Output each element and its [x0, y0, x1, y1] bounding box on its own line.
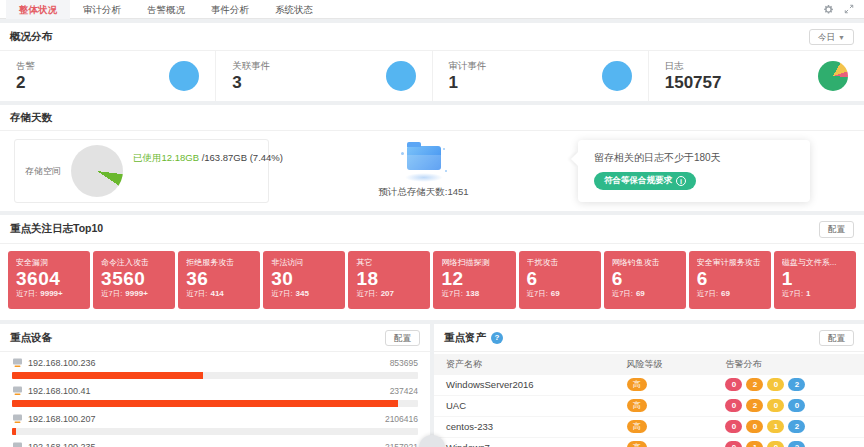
- recent-label: 近7日:: [782, 289, 803, 298]
- stat-value: 2: [16, 74, 35, 93]
- log-card-cmd-injection[interactable]: 命令注入攻击 3560 近7日:9999+: [93, 251, 175, 309]
- dist-badge-low: 2: [788, 420, 805, 433]
- top10-config-button[interactable]: 配置: [819, 221, 854, 237]
- log-card-interference[interactable]: 干扰攻击 6 近7日:69: [519, 251, 601, 309]
- log-card-network-scan[interactable]: 网络扫描探测 12 近7日:138: [433, 251, 515, 309]
- device-row[interactable]: 192.168.100.236 853695: [12, 356, 418, 379]
- risk-badge: 高: [627, 420, 647, 433]
- log-card-security-vuln[interactable]: 安全漏洞 3604 近7日:9999+: [8, 251, 90, 309]
- storage-days-block: 预计总存储天数:1451: [281, 144, 566, 199]
- log-card-value: 30: [271, 268, 337, 290]
- risk-badge: 高: [627, 399, 647, 412]
- col-risk-level: 风险等级: [615, 354, 714, 375]
- recent-label: 近7日:: [16, 289, 37, 298]
- log-card-other[interactable]: 其它 18 近7日:207: [348, 251, 430, 309]
- device-value: 2106416: [385, 414, 418, 424]
- log-card-value: 18: [356, 268, 422, 290]
- help-icon[interactable]: ?: [491, 332, 503, 344]
- dist-badge-high: 2: [746, 378, 763, 391]
- log-card-name: 网络钓鱼攻击: [612, 257, 678, 268]
- asset-row[interactable]: WindowsServer2016 高 0202: [434, 375, 864, 396]
- assets-title: 重点资产: [444, 331, 486, 345]
- recent-label: 近7日:: [271, 289, 292, 298]
- compliance-note-card: 留存相关的日志不少于180天 符合等保合规要求i: [578, 140, 810, 202]
- device-bar-track: [12, 400, 418, 407]
- recent-label: 近7日:: [356, 289, 377, 298]
- log-card-value: 12: [441, 268, 507, 290]
- log-card-name: 干扰攻击: [527, 257, 593, 268]
- blue-circle-icon: [602, 61, 632, 91]
- device-ip: 192.168.100.41: [28, 386, 91, 396]
- col-asset-name: 资产名称: [434, 354, 615, 375]
- log-card-name: 网络扫描探测: [441, 257, 507, 268]
- dist-badge-critical: 0: [725, 420, 742, 433]
- risk-badge: 高: [627, 378, 647, 391]
- device-bar-track: [12, 372, 418, 379]
- period-dropdown[interactable]: 今日▼: [809, 29, 854, 45]
- stat-label: 审计事件: [449, 60, 487, 73]
- tab-alarm-overview[interactable]: 告警概况: [134, 0, 198, 19]
- devices-section: 重点设备 配置 192.168.100.236 853695 192.168.1…: [0, 324, 430, 447]
- dist-badge-low: 2: [788, 378, 805, 391]
- recent-label: 近7日:: [697, 289, 718, 298]
- gear-icon[interactable]: [823, 4, 834, 15]
- device-row[interactable]: 192.168.100.235 2157921: [12, 440, 418, 447]
- period-value: 今日: [818, 32, 835, 42]
- assets-config-button[interactable]: 配置: [819, 330, 854, 346]
- log-card-name: 安全审计服务攻击: [697, 257, 763, 268]
- device-value: 2157921: [385, 442, 418, 447]
- dist-badge-medium: 0: [767, 399, 784, 412]
- log-card-phishing[interactable]: 网络钓鱼攻击 6 近7日:69: [604, 251, 686, 309]
- tab-overall-status[interactable]: 整体状况: [6, 0, 70, 19]
- device-icon: [12, 358, 23, 368]
- stat-value: 1: [449, 74, 487, 93]
- fullscreen-icon[interactable]: [844, 4, 854, 14]
- stat-correlated-events[interactable]: 关联事件 3: [216, 51, 432, 101]
- log-card-name: 拒绝服务攻击: [186, 257, 252, 268]
- recent-value: 69: [636, 289, 645, 298]
- asset-row[interactable]: Windows7 高 0102: [434, 437, 864, 447]
- stat-alarms[interactable]: 告警 2: [0, 51, 216, 101]
- blue-circle-icon: [169, 61, 199, 91]
- asset-name: centos-233: [434, 416, 615, 437]
- dist-badge-critical: 0: [725, 441, 742, 447]
- device-row[interactable]: 192.168.100.41 237424: [12, 384, 418, 407]
- dist-badge-medium: 0: [767, 378, 784, 391]
- log-card-value: 3560: [101, 268, 167, 290]
- dist-badge-medium: 1: [767, 420, 784, 433]
- device-icon: [12, 386, 23, 396]
- device-row[interactable]: 192.168.100.207 2106416: [12, 412, 418, 435]
- devices-config-button[interactable]: 配置: [385, 330, 420, 346]
- log-card-audit-service[interactable]: 安全审计服务攻击 6 近7日:69: [689, 251, 771, 309]
- tab-system-status[interactable]: 系统状态: [262, 0, 326, 19]
- log-card-name: 非法访问: [271, 257, 337, 268]
- compliance-note-text: 留存相关的日志不少于180天: [594, 151, 794, 165]
- storage-used-text: 已使用12.18GB: [133, 152, 199, 163]
- log-card-value: 6: [697, 268, 763, 290]
- dist-badge-high: 0: [746, 420, 763, 433]
- asset-row[interactable]: UAC 高 0200: [434, 395, 864, 416]
- device-bar-fill: [12, 428, 16, 435]
- recent-value: 1: [806, 289, 810, 298]
- recent-value: 414: [210, 289, 223, 298]
- stat-logs[interactable]: 日志 150757: [649, 51, 864, 101]
- stat-audit-events[interactable]: 审计事件 1: [433, 51, 649, 101]
- asset-name: Windows7: [434, 437, 615, 447]
- device-value: 237424: [390, 386, 418, 396]
- device-icon: [12, 414, 23, 424]
- log-card-dos-attack[interactable]: 拒绝服务攻击 36 近7日:414: [178, 251, 260, 309]
- assets-section: 重点资产 ? 配置 资产名称 风险等级 告警分布 WindowsServer20…: [434, 324, 864, 447]
- devices-title: 重点设备: [10, 331, 52, 345]
- storage-space-card: 存储空间 已使用12.18GB /163.87GB (7.44%): [14, 139, 269, 203]
- log-card-name: 其它: [356, 257, 422, 268]
- storage-pie-chart: [71, 145, 123, 197]
- log-card-disk-file[interactable]: 磁盘与文件系... 1 近7日:1: [774, 251, 856, 309]
- log-card-illegal-access[interactable]: 非法访问 30 近7日:345: [263, 251, 345, 309]
- asset-row[interactable]: centos-233 高 0012: [434, 416, 864, 437]
- dist-badge-high: 2: [746, 399, 763, 412]
- recent-value: 69: [721, 289, 730, 298]
- tab-audit-analysis[interactable]: 审计分析: [70, 0, 134, 19]
- overview-stats: 告警 2 关联事件 3 审计事件 1 日志 150757: [0, 51, 864, 101]
- tab-event-analysis[interactable]: 事件分析: [198, 0, 262, 19]
- compliance-badge-button[interactable]: 符合等保合规要求i: [594, 172, 696, 190]
